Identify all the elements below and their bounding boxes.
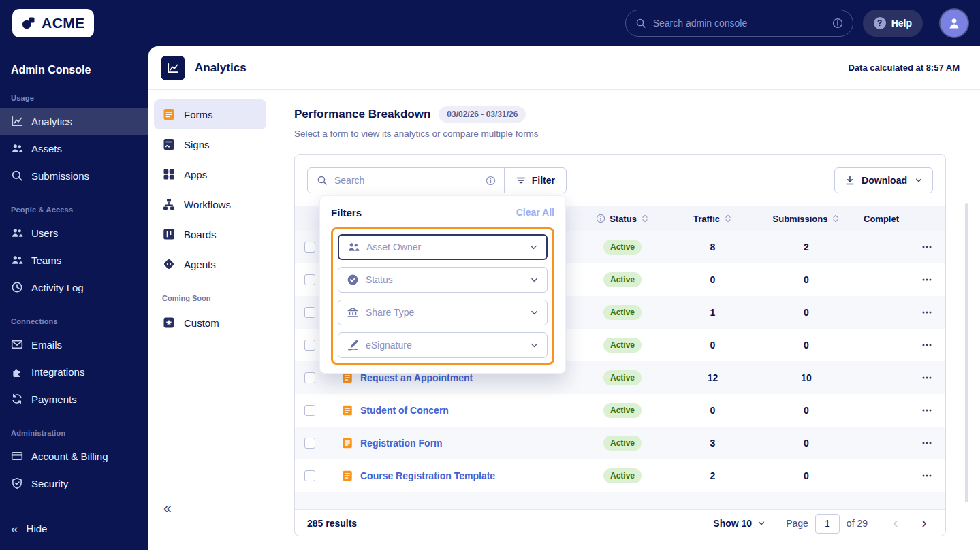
sidebar-item-analytics[interactable]: Analytics xyxy=(0,108,148,135)
next-page-button[interactable]: › xyxy=(915,515,933,532)
info-icon[interactable] xyxy=(832,18,843,29)
help-label: Help xyxy=(891,18,912,29)
status-badge: Active xyxy=(603,403,642,418)
filter-button[interactable]: Filter xyxy=(504,168,566,193)
clock-icon xyxy=(11,281,23,293)
row-actions-button[interactable] xyxy=(921,306,933,319)
row-checkbox[interactable] xyxy=(304,307,315,318)
subnav-item-agents[interactable]: Agents xyxy=(154,249,266,279)
column-header-submissions: Submissions xyxy=(773,214,828,224)
row-checkbox[interactable] xyxy=(304,405,315,416)
row-actions-button[interactable] xyxy=(921,274,933,286)
form-name-link[interactable]: Registration Form xyxy=(360,438,443,449)
collapse-subnav-button[interactable]: « xyxy=(163,500,172,515)
sidebar-item-label: Security xyxy=(31,478,68,489)
subnav-item-workflows[interactable]: Workflows xyxy=(154,189,266,219)
filter-label: Asset Owner xyxy=(366,242,522,253)
admin-search-input[interactable] xyxy=(653,18,825,29)
table-search-input[interactable] xyxy=(334,175,477,186)
row-actions-button[interactable] xyxy=(921,470,933,482)
info-icon[interactable] xyxy=(486,176,496,186)
row-actions-button[interactable] xyxy=(921,372,933,384)
download-icon xyxy=(844,175,855,186)
acme-logo[interactable]: ACME xyxy=(12,9,94,37)
download-label: Download xyxy=(862,175,907,186)
filter-status-select[interactable]: Status xyxy=(338,267,548,293)
sidebar-item-account-billing[interactable]: Account & Billing xyxy=(0,442,148,470)
agents-icon xyxy=(162,257,176,271)
avatar[interactable] xyxy=(941,10,968,37)
clear-all-link[interactable]: Clear All xyxy=(516,207,554,218)
sidebar-item-label: Analytics xyxy=(31,116,72,127)
row-checkbox[interactable] xyxy=(304,438,315,449)
workflows-icon xyxy=(162,197,176,211)
chart-line-icon xyxy=(167,62,179,74)
hide-sidebar-button[interactable]: « Hide xyxy=(0,515,148,542)
sidebar-item-activity-log[interactable]: Activity Log xyxy=(0,274,148,301)
row-actions-button[interactable] xyxy=(921,404,933,417)
main-card: Analytics Data calculated at 8:57 AM For… xyxy=(148,46,980,550)
filter-label: Status xyxy=(366,274,523,285)
sort-icon[interactable] xyxy=(832,214,840,223)
subnav-item-apps[interactable]: Apps xyxy=(154,159,266,189)
page-number-input[interactable] xyxy=(815,514,840,534)
sidebar-item-label: Payments xyxy=(31,393,77,405)
sidebar-item-assets[interactable]: Assets xyxy=(0,135,148,162)
form-name-link[interactable]: Course Registration Template xyxy=(360,470,495,481)
subnav-item-label: Workflows xyxy=(184,199,231,210)
sidebar-item-integrations[interactable]: Integrations xyxy=(0,358,148,385)
person-icon xyxy=(947,16,961,30)
table-row: Registration Form Active 3 0 xyxy=(295,427,945,459)
row-actions-button[interactable] xyxy=(921,241,933,253)
section-subtitle: Select a form to view its analytics or c… xyxy=(294,129,980,139)
sidebar-item-submissions[interactable]: Submissions xyxy=(0,162,148,189)
subnav-item-label: Boards xyxy=(184,229,217,240)
sidebar-item-payments[interactable]: Payments xyxy=(0,385,148,413)
filter-asset-owner-select[interactable]: Asset Owner xyxy=(338,234,548,260)
subnav-item-signs[interactable]: Signs xyxy=(154,129,266,159)
filters-title: Filters xyxy=(331,207,362,219)
form-name-link[interactable]: Request an Appointment xyxy=(360,372,473,383)
row-actions-button[interactable] xyxy=(921,339,933,351)
submissions-cell: 2 xyxy=(759,242,854,253)
sidebar-item-emails[interactable]: Emails xyxy=(0,331,148,358)
column-header-traffic: Traffic xyxy=(693,214,720,224)
status-badge: Active xyxy=(603,240,642,255)
filter-esignature-select[interactable]: eSignature xyxy=(338,332,548,358)
row-actions-button[interactable] xyxy=(921,437,933,449)
download-button[interactable]: Download xyxy=(834,167,933,193)
row-checkbox[interactable] xyxy=(304,470,315,481)
subnav-item-custom[interactable]: Custom xyxy=(154,308,266,338)
row-checkbox[interactable] xyxy=(304,274,315,285)
hide-label: Hide xyxy=(27,523,48,534)
filters-highlight-box: Asset Owner Status Share Type xyxy=(331,227,554,365)
row-checkbox[interactable] xyxy=(304,242,315,253)
results-count: 285 results xyxy=(307,518,357,529)
pen-icon xyxy=(347,339,359,351)
help-button[interactable]: ? Help xyxy=(863,10,923,37)
show-per-page-select[interactable]: Show 10 xyxy=(713,518,765,529)
row-checkbox[interactable] xyxy=(304,340,315,351)
status-badge: Active xyxy=(603,370,642,385)
page-total-label: of 29 xyxy=(847,518,868,529)
status-badge: Active xyxy=(603,436,642,451)
subnav-item-boards[interactable]: Boards xyxy=(154,219,266,249)
sidebar-item-users[interactable]: Users xyxy=(0,219,148,246)
sidebar-item-security[interactable]: Security xyxy=(0,470,148,497)
traffic-cell: 0 xyxy=(667,340,759,351)
coming-soon-label: Coming Soon xyxy=(154,279,266,308)
sort-icon[interactable] xyxy=(724,214,732,223)
status-info-icon[interactable] xyxy=(596,214,605,223)
sidebar-item-teams[interactable]: Teams xyxy=(0,246,148,274)
sidebar-item-label: Assets xyxy=(31,143,62,155)
traffic-cell: 2 xyxy=(667,470,759,481)
scrollbar[interactable] xyxy=(965,203,968,502)
table-footer: 285 results Show 10 Page of 29 ‹ xyxy=(295,509,945,536)
subnav-item-forms[interactable]: Forms xyxy=(154,99,266,129)
previous-page-button[interactable]: ‹ xyxy=(887,515,904,532)
form-name-link[interactable]: Student of Concern xyxy=(360,405,449,416)
analytics-header: Analytics Data calculated at 8:57 AM xyxy=(148,46,980,90)
filter-share-type-select[interactable]: Share Type xyxy=(338,300,548,325)
sort-icon[interactable] xyxy=(641,214,649,223)
row-checkbox[interactable] xyxy=(304,372,315,383)
